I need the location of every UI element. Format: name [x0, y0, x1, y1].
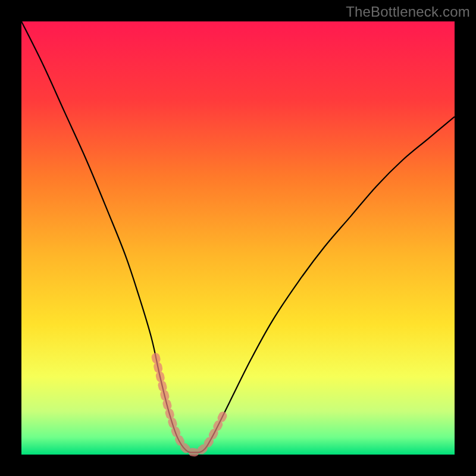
chart-frame: TheBottleneck.com: [0, 0, 476, 476]
chart-svg: [21, 21, 455, 455]
bottleneck-curve: [21, 21, 455, 452]
plot-area: [21, 21, 455, 455]
watermark-text: TheBottleneck.com: [346, 4, 470, 20]
marker-band: [156, 357, 225, 452]
